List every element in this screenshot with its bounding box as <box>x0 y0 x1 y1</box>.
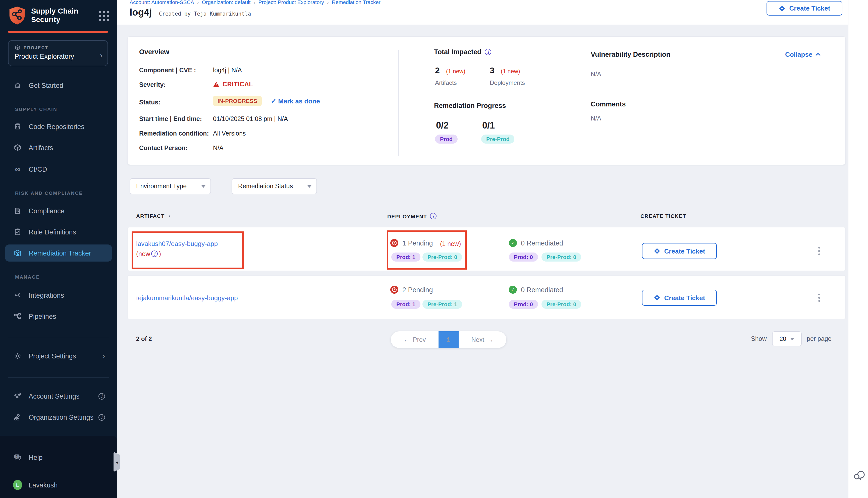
chevron-up-icon <box>815 53 821 56</box>
info-icon[interactable]: i <box>151 250 158 257</box>
sidebar-item-rule-definitions[interactable]: Rule Definitions <box>5 223 112 240</box>
sidebar-item-label: Get Started <box>29 82 63 89</box>
create-ticket-button[interactable]: Create Ticket <box>766 1 842 16</box>
clipboard-check-icon <box>13 228 22 236</box>
preprod-pill: Pre-Prod: 1 <box>423 300 462 309</box>
collapse-link[interactable]: Collapse <box>785 51 821 58</box>
info-icon[interactable]: i <box>485 49 492 55</box>
sidebar-item-label: Organization Settings <box>29 414 93 421</box>
page-number-active[interactable]: 1 <box>439 331 458 348</box>
breadcrumb-separator: › <box>327 0 329 5</box>
accent-divider <box>8 31 108 32</box>
module-grid-icon[interactable] <box>99 11 109 21</box>
page-title: log4j <box>130 7 152 18</box>
sidebar-item-cicd[interactable]: ∞ CI/CD <box>5 161 112 178</box>
create-ticket-column-label: CREATE TICKET <box>640 213 686 219</box>
sidebar-item-get-started[interactable]: Get Started <box>5 77 112 94</box>
new-label: (new <box>136 250 150 258</box>
cube-icon <box>13 144 22 152</box>
next-page-button[interactable]: Next → <box>458 331 506 348</box>
column-header-create-ticket: CREATE TICKET <box>640 213 686 219</box>
prod-pill: Prod <box>435 134 458 144</box>
sidebar-item-artifacts[interactable]: Artifacts <box>5 139 112 156</box>
cube-icon <box>15 45 21 51</box>
info-icon[interactable]: i <box>99 393 105 399</box>
sidebar-item-remediation-tracker[interactable]: Remediation Tracker <box>5 245 112 262</box>
diamond-icon <box>779 5 786 12</box>
row-create-ticket-button[interactable]: Create Ticket <box>642 243 717 259</box>
preprod-pill: Pre-Prod: 0 <box>423 252 462 262</box>
sidebar-item-code-repositories[interactable]: Code Repositories <box>5 118 112 135</box>
severity-value: CRITICAL <box>213 81 253 88</box>
caret-down-icon <box>308 185 311 187</box>
warning-triangle-icon <box>213 81 220 87</box>
sidebar-item-integrations[interactable]: Integrations <box>5 287 112 304</box>
remediation-status-filter[interactable]: Remediation Status <box>232 178 317 194</box>
total-impacted-label: Total Impacted <box>434 48 481 56</box>
column-header-artifact[interactable]: ARTIFACT ▲ <box>136 213 171 219</box>
sidebar-item-organization-settings[interactable]: Organization Settings i <box>5 409 112 426</box>
prod-progress-value: 0/2 <box>436 120 449 131</box>
pagination: ← Prev 1 Next → <box>391 331 506 348</box>
page-size-select[interactable]: 20 <box>772 331 802 346</box>
prod-pill: Prod: 1 <box>391 252 420 262</box>
check-icon: ✓ <box>271 97 276 105</box>
overview-heading: Overview <box>139 48 169 56</box>
sidebar-item-help[interactable]: ? Help <box>5 449 112 466</box>
support-chat-icon[interactable] <box>852 468 866 481</box>
breadcrumb-project[interactable]: Project: Product Exploratory <box>258 0 324 5</box>
artifacts-count: 2 <box>435 66 440 76</box>
remediated-count: 0 Remediated <box>521 286 563 294</box>
sidebar-item-user[interactable]: L Lavakush <box>5 476 112 494</box>
breadcrumb-org[interactable]: Organization: default <box>202 0 251 5</box>
mark-as-done-link[interactable]: ✓ Mark as done <box>271 97 320 105</box>
chevron-right-icon: › <box>100 51 103 59</box>
row-menu-button[interactable] <box>815 292 824 303</box>
breadcrumb-separator: › <box>197 0 199 5</box>
info-icon[interactable]: i <box>430 213 437 219</box>
sidebar-item-pipelines[interactable]: Pipelines <box>5 308 112 325</box>
sidebar-item-compliance[interactable]: Compliance <box>5 202 112 219</box>
collapse-left-icon: ◀ <box>116 460 118 463</box>
deployment-column-label: DEPLOYMENT <box>387 213 427 219</box>
info-icon[interactable]: i <box>99 414 105 420</box>
artifact-link[interactable]: tejakummarikuntla/easy-buggy-app <box>136 294 238 302</box>
pending-new-badge: (1 new) <box>440 240 461 248</box>
breadcrumb-account[interactable]: Account: Automation-SSCA <box>130 0 194 5</box>
project-selector[interactable]: PROJECT Product Exploratory › <box>8 40 108 66</box>
artifact-link[interactable]: lavakush07/easy-buggy-app <box>136 240 218 248</box>
pending-count: 1 Pending <box>402 239 433 247</box>
layers-gear-icon <box>13 392 22 400</box>
help-chat-icon: ? <box>13 453 22 461</box>
app-logo: Supply Chain Security <box>8 5 86 26</box>
create-ticket-label: Create Ticket <box>664 294 705 301</box>
remediated-icon: ✓ <box>509 286 517 294</box>
sidebar-item-project-settings[interactable]: Project Settings › <box>5 348 112 365</box>
breadcrumb: Account: Automation-SSCA›Organization: d… <box>130 0 380 5</box>
vulnerability-description-heading: Vulnerability Description <box>591 51 670 58</box>
row-menu-button[interactable] <box>815 246 824 257</box>
chevron-right-icon: › <box>103 352 105 360</box>
remediated-icon: ✓ <box>509 239 517 247</box>
prev-label: Prev <box>413 336 426 343</box>
next-label: Next <box>471 336 484 343</box>
avatar-initial: L <box>13 480 22 490</box>
arrow-right-icon: → <box>487 336 493 343</box>
pending-icon <box>390 239 398 247</box>
right-rail <box>848 0 868 498</box>
sidebar-item-account-settings[interactable]: Account Settings i <box>5 388 112 405</box>
environment-type-filter[interactable]: Environment Type <box>130 178 211 194</box>
title-row: log4j Created by Teja Kummarikuntla <box>130 7 251 18</box>
mark-as-done-label: Mark as done <box>278 97 320 105</box>
sidebar-collapse-handle[interactable]: ◀ <box>114 452 120 472</box>
breadcrumb-page[interactable]: Remediation Tracker <box>332 0 380 5</box>
home-icon <box>13 81 22 89</box>
field-label: Contact Person: <box>139 145 187 152</box>
page-subtitle: Created by Teja Kummarikuntla <box>159 11 251 16</box>
sidebar-section-manage: MANAGE <box>15 274 40 280</box>
app-title: Supply Chain Security <box>31 5 86 25</box>
field-label: Start time | End time: <box>139 116 202 122</box>
row-create-ticket-button[interactable]: Create Ticket <box>642 290 717 306</box>
check-icon: ✓ <box>511 287 515 292</box>
prev-page-button[interactable]: ← Prev <box>391 331 439 348</box>
